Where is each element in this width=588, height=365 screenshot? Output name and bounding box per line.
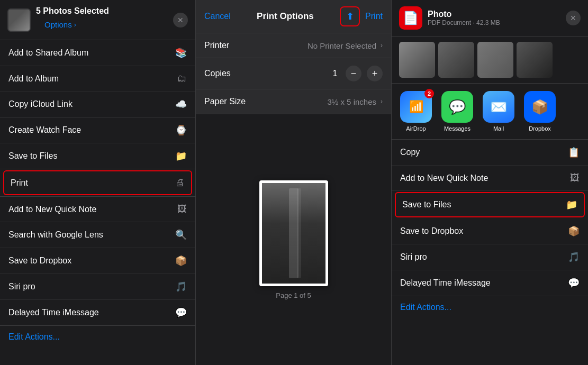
chevron-right-icon: › bbox=[381, 98, 383, 105]
share-button[interactable]: ⬆ bbox=[340, 6, 360, 26]
print-header: Cancel Print Options ⬆ Print bbox=[196, 0, 391, 33]
left-section-1: Add to Shared Album 📚 Add to Album 🗂 Cop… bbox=[0, 40, 195, 117]
messages-label: Messages bbox=[444, 125, 471, 132]
close-button-right[interactable]: ✕ bbox=[566, 11, 581, 25]
add-to-shared-album-item[interactable]: Add to Shared Album 📚 bbox=[0, 40, 195, 66]
airdrop-app[interactable]: 📶 2 AirDrop bbox=[400, 91, 432, 132]
lens-icon: 🔍 bbox=[175, 229, 187, 241]
printer-label: Printer bbox=[204, 41, 229, 50]
dropbox-app[interactable]: 📦 Dropbox bbox=[524, 91, 556, 132]
page-indicator: Page 1 of 5 bbox=[276, 291, 311, 299]
save-to-files-right-item[interactable]: Save to Files 📁 bbox=[395, 192, 585, 217]
print-icon: 🖨 bbox=[175, 177, 185, 188]
messages-app[interactable]: 💬 Messages bbox=[441, 91, 473, 132]
chevron-right-icon: › bbox=[381, 42, 383, 49]
album-icon: 🗂 bbox=[177, 73, 187, 84]
dropbox-label: Dropbox bbox=[529, 125, 551, 132]
copy-icon: 📋 bbox=[568, 147, 580, 158]
cancel-button[interactable]: Cancel bbox=[204, 12, 231, 21]
print-button[interactable]: Print bbox=[365, 12, 383, 21]
copies-label: Copies bbox=[204, 69, 231, 78]
quick-note-right-icon: 🖼 bbox=[570, 172, 580, 184]
thumbnail-2 bbox=[438, 42, 474, 78]
copy-item[interactable]: Copy 📋 bbox=[392, 140, 588, 166]
siri-right-icon: 🎵 bbox=[568, 251, 580, 263]
left-header: 5 Photos Selected Options › ✕ bbox=[0, 0, 195, 40]
copies-stepper: 1 − + bbox=[330, 66, 383, 81]
icloud-icon: ☁️ bbox=[175, 98, 187, 110]
paper-size-label: Paper Size bbox=[204, 97, 246, 106]
messages-icon: 💬 bbox=[441, 91, 473, 123]
mail-app[interactable]: ✉️ Mail bbox=[483, 91, 514, 132]
thumbnail-preview bbox=[7, 8, 31, 32]
thumbnail-1 bbox=[399, 42, 435, 78]
delayed-imessage-right-item[interactable]: Delayed Time iMessage 💬 bbox=[392, 270, 588, 296]
right-menu-list: Copy 📋 Add to New Quick Note 🖼 Save to F… bbox=[392, 140, 588, 296]
left-share-sheet: 5 Photos Selected Options › ✕ Add to Sha… bbox=[0, 0, 196, 365]
thumbnail-3 bbox=[477, 42, 513, 78]
create-watch-face-item[interactable]: Create Watch Face ⌚ bbox=[0, 117, 195, 143]
chevron-right-icon: › bbox=[74, 21, 76, 29]
airdrop-badge: 2 bbox=[424, 89, 434, 98]
watch-face-icon: ⌚ bbox=[175, 124, 187, 136]
print-options-panel: Cancel Print Options ⬆ Print Printer No … bbox=[196, 0, 392, 365]
pdf-icon: 📄 bbox=[399, 6, 422, 30]
print-item[interactable]: Print 🖨 bbox=[3, 170, 192, 195]
mail-label: Mail bbox=[493, 125, 504, 132]
files-icon: 📁 bbox=[175, 150, 187, 162]
dropbox-icon: 📦 bbox=[524, 91, 556, 123]
right-title: Photo bbox=[428, 10, 560, 19]
imessage-right-icon: 💬 bbox=[568, 277, 580, 289]
copies-row: Copies 1 − + bbox=[196, 58, 391, 89]
left-section-2: Create Watch Face ⌚ Save to Files 📁 Prin… bbox=[0, 117, 195, 197]
print-options-form: Printer No Printer Selected › Copies 1 −… bbox=[196, 33, 391, 114]
printer-row[interactable]: Printer No Printer Selected › bbox=[196, 33, 391, 58]
photos-selected-title: 5 Photos Selected bbox=[36, 6, 168, 16]
paper-size-row[interactable]: Paper Size 3½ x 5 inches › bbox=[196, 89, 391, 114]
preview-inner bbox=[262, 183, 325, 284]
edit-actions-right[interactable]: Edit Actions... bbox=[392, 296, 588, 318]
add-quick-note-right-item[interactable]: Add to New Quick Note 🖼 bbox=[392, 166, 588, 191]
right-subtitle: PDF Document · 42.3 MB bbox=[428, 19, 560, 26]
app-suggestions-row: 📶 2 AirDrop 💬 Messages ✉️ Mail 📦 Dropbox bbox=[392, 84, 588, 140]
airdrop-label: AirDrop bbox=[406, 125, 426, 132]
header-info: 5 Photos Selected Options › bbox=[36, 6, 168, 33]
siri-pro-right-item[interactable]: Siri pro 🎵 bbox=[392, 244, 588, 270]
close-icon: ✕ bbox=[570, 14, 576, 22]
files-right-icon: 📁 bbox=[566, 199, 577, 211]
photo-thumbnails bbox=[392, 36, 588, 84]
siri-icon: 🎵 bbox=[175, 281, 187, 293]
delayed-imessage-item[interactable]: Delayed Time iMessage 💬 bbox=[0, 300, 195, 325]
add-to-album-item[interactable]: Add to Album 🗂 bbox=[0, 66, 195, 92]
mail-icon: ✉️ bbox=[483, 91, 514, 123]
close-icon: ✕ bbox=[177, 16, 184, 24]
siri-pro-item[interactable]: Siri pro 🎵 bbox=[0, 274, 195, 300]
save-to-files-item[interactable]: Save to Files 📁 bbox=[0, 143, 195, 169]
close-button[interactable]: ✕ bbox=[173, 13, 188, 28]
google-lens-item[interactable]: Search with Google Lens 🔍 bbox=[0, 222, 195, 248]
printer-value: No Printer Selected bbox=[307, 41, 376, 50]
right-header-info: Photo PDF Document · 42.3 MB bbox=[428, 10, 560, 26]
edit-actions-left[interactable]: Edit Actions... bbox=[0, 326, 195, 348]
copy-icloud-link-item[interactable]: Copy iCloud Link ☁️ bbox=[0, 92, 195, 117]
increment-button[interactable]: + bbox=[367, 66, 383, 81]
options-button[interactable]: Options › bbox=[36, 16, 168, 33]
paper-size-value: 3½ x 5 inches bbox=[327, 97, 376, 106]
copies-value: 1 bbox=[330, 69, 340, 78]
left-section-3: Add to New Quick Note 🖼 Search with Goog… bbox=[0, 197, 195, 326]
save-dropbox-right-item[interactable]: Save to Dropbox 📦 bbox=[392, 218, 588, 244]
dropbox-icon: 📦 bbox=[175, 255, 187, 267]
print-preview: Page 1 of 5 bbox=[196, 114, 391, 365]
save-dropbox-item[interactable]: Save to Dropbox 📦 bbox=[0, 248, 195, 274]
share-icon: ⬆ bbox=[346, 11, 354, 22]
thumbnail-4 bbox=[517, 42, 553, 78]
right-share-sheet: 📄 Photo PDF Document · 42.3 MB ✕ 📶 2 Air… bbox=[392, 0, 588, 365]
preview-photo bbox=[262, 183, 325, 284]
add-quick-note-item[interactable]: Add to New Quick Note 🖼 bbox=[0, 197, 195, 222]
dropbox-right-icon: 📦 bbox=[568, 225, 580, 237]
decrement-button[interactable]: − bbox=[346, 66, 361, 81]
shared-album-icon: 📚 bbox=[175, 47, 187, 59]
airdrop-icon: 📶 2 bbox=[400, 91, 432, 123]
right-header: 📄 Photo PDF Document · 42.3 MB ✕ bbox=[392, 0, 588, 36]
options-label: Options bbox=[44, 20, 72, 29]
